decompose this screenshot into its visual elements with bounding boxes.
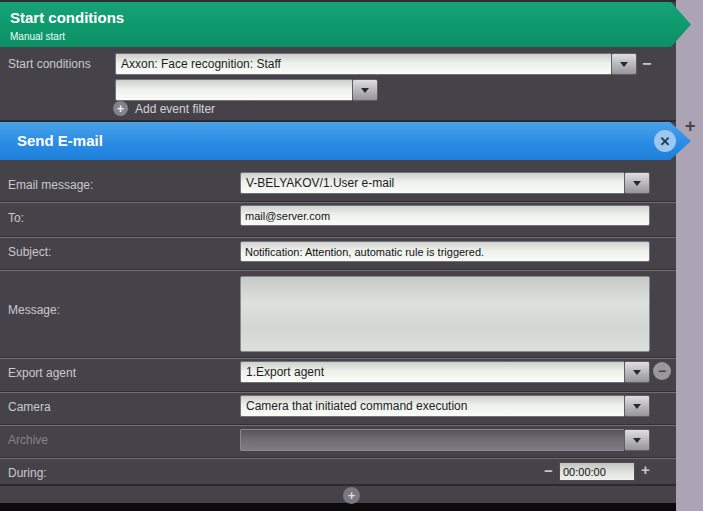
- archive-dropdown-button[interactable]: [624, 429, 650, 451]
- row-divider: [0, 201, 676, 203]
- add-rule-icon[interactable]: +: [685, 116, 696, 137]
- export-agent-value: 1.Export agent: [240, 361, 624, 383]
- row-divider: [0, 357, 676, 359]
- row-divider: [0, 269, 676, 271]
- archive-label: Archive: [8, 433, 48, 447]
- close-icon[interactable]: ✕: [654, 130, 676, 152]
- remove-export-agent-icon[interactable]: −: [653, 362, 671, 380]
- remove-filter-icon[interactable]: −: [642, 55, 651, 73]
- event-filter-2-value: [115, 79, 352, 101]
- event-filter-1-dropdown-button[interactable]: [611, 53, 637, 75]
- subject-input[interactable]: [240, 241, 650, 262]
- automation-rule-panel: Start conditions Manual start Start cond…: [0, 0, 676, 511]
- email-message-value: V-BELYAKOV/1.User e-mail: [240, 172, 624, 194]
- event-filter-2-dropdown-button[interactable]: [352, 79, 378, 101]
- section-divider: [0, 120, 676, 122]
- event-filter-1-value: Axxon: Face recognition: Staff: [115, 53, 611, 75]
- message-label: Message:: [8, 303, 60, 317]
- row-divider: [0, 236, 676, 238]
- archive-dropdown: [240, 429, 650, 451]
- top-border: [0, 0, 676, 2]
- to-input[interactable]: [240, 205, 650, 226]
- row-divider: [0, 391, 676, 393]
- start-conditions-row-label: Start conditions: [8, 57, 91, 71]
- event-filter-2-dropdown[interactable]: [115, 79, 378, 101]
- during-decrement-icon[interactable]: −: [544, 462, 553, 479]
- row-divider: [0, 457, 676, 459]
- send-email-title: Send E-mail: [17, 132, 103, 149]
- email-message-dropdown-button[interactable]: [624, 172, 650, 194]
- start-conditions-header: Start conditions Manual start: [0, 2, 691, 47]
- export-agent-dropdown-button[interactable]: [624, 361, 650, 383]
- during-time-input[interactable]: [559, 462, 635, 481]
- email-message-label: Email message:: [8, 178, 93, 192]
- camera-dropdown-button[interactable]: [624, 395, 650, 417]
- bottom-bar: [0, 503, 676, 511]
- camera-value: Camera that initiated command execution: [240, 395, 624, 417]
- row-divider: [0, 424, 676, 426]
- archive-value: [240, 429, 624, 451]
- email-message-dropdown[interactable]: V-BELYAKOV/1.User e-mail: [240, 172, 650, 194]
- export-agent-label: Export agent: [8, 366, 76, 380]
- export-agent-dropdown[interactable]: 1.Export agent: [240, 361, 650, 383]
- to-label: To:: [8, 211, 24, 225]
- subject-label: Subject:: [8, 245, 51, 259]
- camera-dropdown[interactable]: Camera that initiated command execution: [240, 395, 650, 417]
- chevron-down-icon: [633, 404, 641, 409]
- start-conditions-subtitle: Manual start: [10, 31, 65, 42]
- start-conditions-title: Start conditions: [10, 9, 124, 26]
- chevron-down-icon: [633, 370, 641, 375]
- chevron-down-icon: [620, 62, 628, 67]
- during-label: During:: [8, 466, 47, 480]
- camera-label: Camera: [8, 400, 51, 414]
- chevron-down-icon: [633, 181, 641, 186]
- add-event-filter-label[interactable]: Add event filter: [135, 102, 215, 116]
- add-event-filter-icon[interactable]: +: [113, 101, 128, 116]
- chevron-down-icon: [633, 438, 641, 443]
- during-increment-icon[interactable]: +: [641, 461, 650, 478]
- chevron-down-icon: [361, 88, 369, 93]
- send-email-header: Send E-mail: [0, 122, 691, 160]
- row-divider: [0, 484, 676, 486]
- event-filter-1-dropdown[interactable]: Axxon: Face recognition: Staff: [115, 53, 637, 75]
- message-textarea[interactable]: [240, 276, 650, 352]
- add-action-icon[interactable]: +: [343, 487, 360, 504]
